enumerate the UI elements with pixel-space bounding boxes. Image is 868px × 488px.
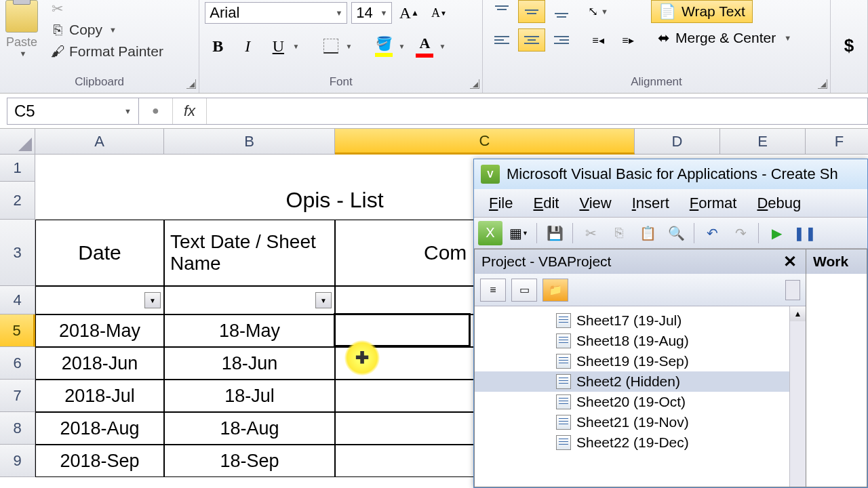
column-header-E[interactable]: E bbox=[720, 129, 806, 155]
cut-button[interactable]: ✂ bbox=[578, 221, 603, 245]
alignment-dialog-launcher[interactable] bbox=[818, 79, 827, 89]
scrollbar[interactable]: ▲ bbox=[789, 306, 806, 487]
formula-input[interactable] bbox=[207, 98, 867, 124]
find-button[interactable]: 🔍 bbox=[664, 221, 688, 245]
wrap-text-button[interactable]: 📄 Wrap Text bbox=[651, 0, 753, 23]
run-button[interactable]: ▶ bbox=[764, 221, 789, 245]
name-box[interactable]: C5 ▼ bbox=[7, 98, 139, 125]
italic-button[interactable]: I bbox=[235, 33, 260, 59]
vba-tree-item[interactable]: Sheet17 (19-Jul) bbox=[475, 310, 806, 331]
cell[interactable]: 18-Jun bbox=[164, 347, 335, 380]
vba-menu-debug[interactable]: Debug bbox=[747, 192, 810, 215]
borders-button[interactable]: ▼ bbox=[317, 33, 354, 60]
view-code-button[interactable]: ≡ bbox=[480, 279, 506, 302]
close-icon[interactable]: ✕ bbox=[781, 253, 799, 270]
column-header-B[interactable]: B bbox=[164, 129, 335, 155]
paste-button[interactable]: Paste ▼ bbox=[5, 0, 38, 58]
orientation-button[interactable]: ⤡▼ bbox=[585, 0, 612, 23]
filter-dropdown-icon[interactable]: ▼ bbox=[144, 292, 161, 308]
format-painter-button[interactable]: 🖌 Format Painter bbox=[46, 42, 167, 61]
cell[interactable]: 18-Sep bbox=[164, 445, 335, 477]
cell[interactable]: ▼ bbox=[35, 286, 164, 314]
align-bottom-button[interactable] bbox=[548, 0, 575, 23]
undo-button[interactable]: ↶ bbox=[700, 221, 724, 245]
vba-tree-item[interactable]: Sheet19 (19-Sep) bbox=[475, 351, 806, 371]
font-name-combo[interactable]: Arial ▼ bbox=[205, 2, 347, 24]
column-header-F[interactable]: F bbox=[806, 129, 868, 155]
vba-tree-item[interactable]: Sheet18 (19-Aug) bbox=[475, 331, 806, 351]
save-button[interactable]: 💾 bbox=[542, 221, 567, 245]
cell[interactable]: Date bbox=[35, 220, 164, 286]
align-right-button[interactable] bbox=[548, 28, 575, 52]
increase-indent-button[interactable]: ≡▸ bbox=[614, 28, 642, 52]
fill-color-button[interactable]: 🪣 ▼ bbox=[370, 33, 407, 60]
vba-project-tree[interactable]: ▲ Sheet17 (19-Jul)Sheet18 (19-Aug)Sheet1… bbox=[475, 306, 806, 487]
cell[interactable]: 18-Jul bbox=[164, 380, 335, 412]
paste-button[interactable]: 📋 bbox=[635, 221, 660, 245]
row-header-1[interactable]: 1 bbox=[0, 155, 35, 182]
cell[interactable]: 2018-Sep bbox=[35, 445, 164, 477]
cell[interactable]: 2018-Jun bbox=[35, 347, 164, 380]
vba-title-bar[interactable]: V Microsoft Visual Basic for Application… bbox=[474, 159, 867, 189]
underline-button[interactable]: U ▼ bbox=[264, 33, 301, 60]
copy-button[interactable]: ⎘ bbox=[607, 221, 631, 245]
vba-menu-edit[interactable]: Edit bbox=[524, 192, 568, 215]
cell[interactable]: ▼ bbox=[164, 286, 335, 314]
row-header-9[interactable]: 9 bbox=[0, 445, 35, 477]
toggle-folders-button[interactable]: 📁 bbox=[542, 279, 568, 302]
vba-tree-item[interactable]: Sheet20 (19-Oct) bbox=[475, 392, 806, 412]
cell[interactable]: 2018-Jul bbox=[35, 380, 164, 412]
insert-module-button[interactable]: ▦▼ bbox=[507, 221, 531, 245]
row-header-2[interactable]: 2 bbox=[0, 182, 35, 220]
scroll-up-icon[interactable]: ▲ bbox=[790, 306, 806, 321]
align-middle-button[interactable] bbox=[518, 0, 545, 23]
select-all-corner[interactable] bbox=[0, 129, 35, 155]
cell[interactable]: 18-May bbox=[164, 314, 335, 347]
insert-function-button[interactable]: fx bbox=[173, 98, 207, 124]
font-dialog-launcher[interactable] bbox=[470, 79, 479, 89]
column-header-C[interactable]: C bbox=[335, 129, 635, 155]
cell[interactable]: 18-Aug bbox=[164, 412, 335, 445]
vba-tree-item[interactable]: Sheet22 (19-Dec) bbox=[475, 432, 806, 453]
row-header-3[interactable]: 3 bbox=[0, 220, 35, 286]
column-header-D[interactable]: D bbox=[635, 129, 720, 155]
chevron-down-icon: ▼ bbox=[335, 9, 342, 17]
cell[interactable]: 2018-May bbox=[35, 314, 164, 347]
currency-button[interactable]: $ bbox=[836, 33, 862, 58]
vba-menu-format[interactable]: Format bbox=[680, 192, 747, 215]
sheet-icon bbox=[556, 354, 571, 369]
decrease-font-button[interactable]: A▼ bbox=[426, 0, 452, 26]
vba-menu-view[interactable]: View bbox=[570, 192, 620, 215]
align-left-button[interactable] bbox=[488, 28, 515, 52]
redo-button[interactable]: ↷ bbox=[728, 221, 753, 245]
row-header-6[interactable]: 6 bbox=[0, 347, 35, 380]
row-header-8[interactable]: 8 bbox=[0, 412, 35, 445]
view-object-button[interactable]: ▭ bbox=[511, 279, 537, 302]
align-center-button[interactable] bbox=[518, 28, 545, 52]
align-top-button[interactable] bbox=[488, 0, 515, 23]
decrease-indent-button[interactable]: ≡◂ bbox=[585, 28, 612, 52]
row-header-7[interactable]: 7 bbox=[0, 380, 35, 412]
merge-center-button[interactable]: ⬌ Merge & Center ▼ bbox=[651, 27, 798, 49]
filter-dropdown-icon[interactable]: ▼ bbox=[315, 292, 332, 308]
column-header-A[interactable]: A bbox=[35, 129, 164, 155]
cell[interactable]: Text Date / Sheet Name bbox=[164, 220, 335, 286]
bold-button[interactable]: B bbox=[205, 33, 231, 59]
pause-button[interactable]: ❚❚ bbox=[793, 221, 817, 245]
clipboard-dialog-launcher[interactable] bbox=[186, 79, 196, 89]
row-header-5[interactable]: 5 bbox=[0, 314, 35, 347]
font-color-button[interactable]: A ▼ bbox=[411, 33, 448, 60]
row-header-4[interactable]: 4 bbox=[0, 286, 35, 314]
vba-menu-insert[interactable]: Insert bbox=[623, 192, 679, 215]
vba-editor-window[interactable]: V Microsoft Visual Basic for Application… bbox=[473, 159, 868, 488]
font-size-combo[interactable]: 14 ▼ bbox=[351, 2, 392, 24]
cell[interactable]: 2018-Aug bbox=[35, 412, 164, 445]
increase-font-button[interactable]: A▲ bbox=[396, 0, 422, 26]
vba-tree-item[interactable]: Sheet21 (19-Nov) bbox=[475, 412, 806, 432]
scrollbar-stub bbox=[785, 280, 800, 300]
merge-icon: ⬌ bbox=[658, 30, 670, 46]
vba-menu-file[interactable]: File bbox=[479, 192, 522, 215]
vba-tree-item[interactable]: Sheet2 (Hidden) bbox=[475, 371, 806, 392]
view-excel-button[interactable]: X bbox=[478, 221, 502, 245]
copy-button[interactable]: ⎘ Copy ▼ bbox=[46, 20, 167, 39]
